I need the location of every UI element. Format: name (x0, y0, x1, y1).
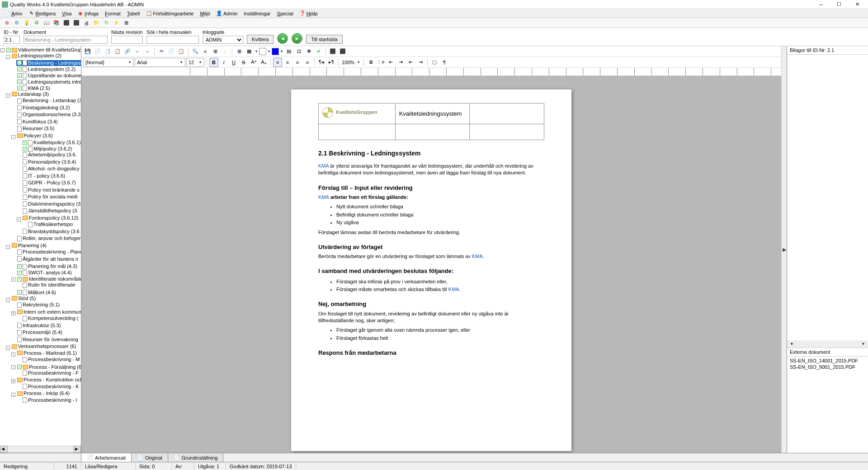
toolbar-print-icon[interactable]: 🖨 (82, 19, 90, 27)
tree-expander[interactable]: + (11, 379, 15, 383)
size-select[interactable]: 12▾ (186, 58, 204, 67)
tree-node[interactable]: Processbeskrivning - M (22, 357, 80, 362)
tree-expander[interactable]: - (6, 94, 10, 98)
tree-node[interactable]: ✓Ledningssystem (2.2) (16, 66, 76, 72)
menu-format[interactable]: Format (102, 10, 123, 17)
toolbar-btn-8[interactable]: ⬛ (72, 19, 80, 27)
zoom-select[interactable]: 100%▾ (341, 58, 361, 67)
italic-button[interactable]: I (219, 58, 228, 67)
tree-node[interactable]: Roller, ansvar och befoger (16, 235, 81, 241)
font-select[interactable]: Arial▾ (135, 58, 185, 67)
paste-icon[interactable]: 📋 (177, 47, 186, 56)
indent2-button[interactable]: ⇤ (406, 58, 415, 67)
btn-a4[interactable]: 📋 (113, 47, 122, 56)
tree-node[interactable]: Företagsledning (3.2) (16, 105, 71, 111)
toolbar-refresh-icon[interactable]: ↻ (102, 19, 110, 27)
bg-color-swatch[interactable] (259, 48, 266, 55)
document-page[interactable]: KvalitetsGruppen Kvalitetsledningssystem… (291, 89, 571, 451)
tree-node[interactable]: Resurser för övervakning (16, 337, 79, 343)
tree-expander[interactable]: - (11, 393, 15, 397)
close-button[interactable]: ✕ (848, 0, 866, 9)
toolbar-btn-3[interactable]: 💡 (23, 19, 31, 27)
tree-expander[interactable]: - (17, 217, 21, 221)
menu-miljo[interactable]: Miljö (197, 10, 213, 17)
document-tree[interactable]: -✓Välkommen till KvalitetsGruppe-Ledning… (0, 46, 81, 446)
tree-node[interactable]: ✓Välkommen till KvalitetsGruppe (5, 47, 81, 53)
link-icon[interactable]: 🔗 (123, 47, 132, 56)
ltr-button[interactable]: ¶◂ (317, 58, 326, 67)
tree-node[interactable]: Ledningssystem (2) (11, 53, 62, 59)
searchall-input[interactable] (146, 36, 199, 44)
extdoc-item[interactable]: SS-EN_ISO_14001_2015.PDF (788, 357, 867, 364)
tree-node[interactable]: ✓Miljöpolicy (3.6.2) (22, 146, 73, 152)
btn-a3[interactable]: 📑 (103, 47, 112, 56)
toolbar-btn-6[interactable]: 📚 (52, 19, 61, 27)
tree-node[interactable]: Processbeskrivning - F (22, 370, 80, 376)
toolbar-btn-12[interactable]: ⚡ (112, 19, 120, 27)
highlight-icon[interactable]: ∕ (221, 47, 230, 56)
toolbar-btn-2[interactable]: ⚙ (13, 19, 21, 27)
tree-expander[interactable]: - (6, 346, 10, 350)
menu-redigera[interactable]: ✎Redigera (26, 10, 58, 17)
menu-arkiv[interactable]: 📄Arkiv (2, 10, 25, 17)
toolbar-btn-10[interactable]: 📁 (92, 19, 100, 27)
toolbar-btn-13[interactable]: ⊞ (122, 19, 130, 27)
kma-link-2[interactable]: KMA (318, 194, 329, 200)
tree-node[interactable]: ✓Upprättande av dokument (16, 73, 81, 79)
tab-original[interactable]: 📄Original (132, 453, 168, 462)
fg-color-swatch[interactable] (272, 48, 279, 55)
tree-node[interactable]: Processmiljö (5.4) (16, 329, 63, 335)
menu-forbattring[interactable]: 📋Förbättringsarbete (144, 10, 197, 17)
tree-expander[interactable]: - (11, 135, 15, 139)
super-button[interactable]: Aᵃ (249, 58, 258, 67)
tree-node[interactable]: ✓Identifierade riskområden (16, 276, 81, 282)
tree-node[interactable]: ✓Beskrivning - Ledningssyst (16, 60, 81, 66)
tree-node[interactable]: Process - Inköp (6.4) (16, 390, 71, 396)
menu-visa[interactable]: Visa (59, 10, 74, 17)
extdocs-list[interactable]: SS-EN_ISO_14001_2015.PDFSS-EN_ISO_9001_2… (787, 357, 868, 453)
tab-arbetsmanual[interactable]: 📄Arbetsmanual (81, 453, 132, 462)
kma-link-3[interactable]: KMA (472, 254, 483, 259)
save-icon[interactable]: 💾 (83, 47, 92, 56)
attachments-collapse-bar[interactable]: ▼▼ (787, 340, 868, 348)
tree-node[interactable]: ✓SWOT- analys (4.4) (16, 270, 73, 276)
align-right-button[interactable]: ≡ (293, 58, 302, 67)
tree-node[interactable]: Fordonspolicy (3.6.12) (22, 215, 79, 221)
menu-hjalp[interactable]: ❓Hjälp (297, 10, 321, 17)
tree-node[interactable]: ✓Process - Försäljning (6.2) (16, 364, 81, 370)
tree-node[interactable]: Organisationsschema (3.3 (16, 112, 81, 118)
tree-expander[interactable]: - (11, 277, 15, 282)
bullist-button[interactable]: ⋮≡ (376, 58, 385, 67)
tree-node[interactable]: Infrastruktur (5.3) (16, 323, 61, 329)
tree-expander[interactable]: - (6, 298, 10, 302)
check-icon[interactable]: ✔ (314, 47, 323, 56)
table-icon[interactable]: ⊞ (235, 47, 244, 56)
btn-a7[interactable]: → (143, 47, 152, 56)
nav-back-button[interactable]: ◄ (277, 33, 288, 44)
menu-infoga[interactable]: ◉Infoga (75, 10, 101, 17)
editor-viewport[interactable]: KvalitetsGruppen Kvalitetsledningssystem… (81, 76, 781, 453)
toolbar-btn-5[interactable]: 📖 (42, 19, 51, 27)
logged-select[interactable]: ADMIN (203, 36, 243, 44)
kma-link-4[interactable]: KMA (448, 287, 459, 292)
tree-node[interactable]: Rekrytering (5.1) (16, 302, 61, 308)
pilcrow-button[interactable]: ¶ (440, 58, 449, 67)
indent3-button[interactable]: ⇥ (416, 58, 425, 67)
indent-button[interactable]: ⇥ (396, 58, 405, 67)
tree-node[interactable]: Arbetsmiljöpolicy (3.6. (22, 152, 78, 158)
tree-node[interactable]: ✓Kvalitetspolicy (3.6.1) (22, 140, 81, 146)
right-panel-toggle[interactable]: ▶ (781, 46, 787, 453)
home-button[interactable]: Till startsida (306, 35, 342, 44)
tree-node[interactable]: Ledarskap (3) (11, 91, 50, 97)
sub-button[interactable]: Aₐ (259, 58, 268, 67)
tree-node[interactable]: Processbeskrivning - I (22, 397, 78, 403)
tree-node[interactable]: Resurser (3.5) (16, 126, 55, 132)
tree-expander[interactable]: + (11, 311, 15, 315)
align-left-button[interactable]: ≡ (273, 58, 282, 67)
menu-tabell[interactable]: Tabell (124, 10, 143, 17)
maximize-button[interactable]: ☐ (830, 0, 848, 9)
btn-a2[interactable]: 📄 (93, 47, 102, 56)
tree-node[interactable]: Policyer (3.6) (16, 133, 54, 139)
menu-admin[interactable]: 👤Admin (214, 10, 240, 17)
tree-node[interactable]: Diskrimineringspolicy (3 (22, 201, 81, 207)
